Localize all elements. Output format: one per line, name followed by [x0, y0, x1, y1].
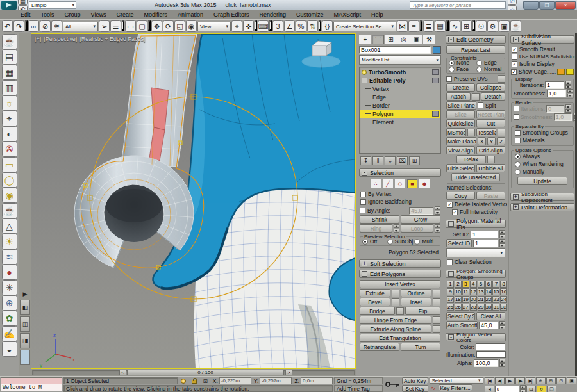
smoothing-group-cell[interactable]: 28: [470, 304, 477, 311]
tab-utilities[interactable]: ⚒: [423, 35, 435, 44]
previous-frame-arrow[interactable]: <: [119, 370, 126, 375]
make-planar-z-button[interactable]: Z: [497, 137, 505, 145]
render-teapot-icon[interactable]: ☕: [2, 34, 17, 49]
select-and-rotate-icon[interactable]: ⟳: [163, 20, 174, 32]
set-id-field[interactable]: [471, 231, 498, 238]
isolate-selection-toggle[interactable]: [179, 377, 188, 384]
material-sphere-icon[interactable]: ●: [2, 265, 17, 280]
modifier-on-off-bulb-icon[interactable]: [362, 70, 367, 75]
circle-shape-icon[interactable]: ◉: [2, 188, 17, 203]
cut-button[interactable]: Cut: [476, 119, 505, 127]
material-editor-icon[interactable]: ☉: [476, 20, 487, 32]
smoothing-group-cell[interactable]: 10: [455, 288, 462, 295]
tessellate-settings-button[interactable]: [498, 129, 505, 136]
collapse-button[interactable]: Collapse: [476, 83, 505, 92]
select-and-scale-icon[interactable]: ◱: [174, 20, 185, 32]
viewport-shading-menu[interactable]: [Realistic + Edged Faces]: [79, 36, 145, 42]
extrude-button[interactable]: Extrude: [360, 289, 390, 297]
illumination-color-swatch[interactable]: [476, 351, 506, 358]
auto-smooth-button[interactable]: Auto Smooth: [446, 321, 478, 329]
ring-button[interactable]: Ring: [360, 224, 392, 233]
repeat-last-button[interactable]: Repeat Last: [446, 45, 505, 54]
plane-shape-icon[interactable]: ▭: [2, 157, 17, 172]
smoothing-group-cell[interactable]: 20: [470, 296, 477, 303]
outline-button[interactable]: Outline: [401, 289, 431, 297]
mirror-icon[interactable]: ⋈: [397, 20, 408, 32]
grid-align-button[interactable]: Grid Align: [476, 146, 505, 154]
select-and-link-icon[interactable]: ∞: [28, 20, 39, 32]
tab-create[interactable]: +: [359, 35, 371, 44]
polygon-mode-icon[interactable]: ■: [407, 179, 417, 188]
rendered-frame-window-icon[interactable]: ▤: [2, 49, 17, 65]
by-angle-field[interactable]: [409, 207, 433, 215]
zoom-all-icon[interactable]: ⊞: [546, 377, 556, 384]
hinge-settings-button[interactable]: [433, 316, 440, 324]
copy-button[interactable]: Copy: [446, 192, 475, 200]
smoothing-group-cell[interactable]: 9: [447, 288, 454, 295]
set-id-spinner[interactable]: [499, 230, 505, 238]
cage-selected-color-swatch[interactable]: [566, 69, 574, 75]
exposure-icon[interactable]: ◐: [2, 126, 17, 142]
smoothing-group-cell[interactable]: 6: [485, 281, 492, 288]
smoothing-group-cell[interactable]: 15: [492, 288, 499, 295]
play-button[interactable]: ▶: [505, 377, 515, 384]
modifier-gizmo-icon[interactable]: [432, 69, 439, 75]
menu-item[interactable]: Views: [86, 12, 112, 18]
preserve-uvs-checkbox[interactable]: Preserve UVs: [446, 76, 496, 82]
stack-subobject-item[interactable]: Vertex: [360, 85, 440, 93]
select-id-spinner[interactable]: [499, 239, 505, 247]
detach-button[interactable]: Detach: [481, 92, 505, 101]
flip-button[interactable]: Flip: [405, 307, 440, 315]
separate-materials-checkbox[interactable]: Materials: [515, 137, 570, 143]
menu-item[interactable]: Customize: [291, 12, 329, 18]
clear-all-button[interactable]: Clear All: [476, 312, 505, 320]
toolbar-separator[interactable]: |: [319, 20, 321, 31]
foliage-icon[interactable]: ✿: [2, 311, 17, 326]
attach-button[interactable]: Attach: [446, 92, 471, 101]
menu-item[interactable]: Tools: [36, 12, 60, 18]
select-and-move-icon[interactable]: ✥: [151, 20, 162, 32]
bevel-settings-button[interactable]: [392, 298, 399, 306]
key-selection-dropdown[interactable]: Selected: [430, 377, 483, 384]
make-planar-x-button[interactable]: X: [478, 137, 486, 145]
display-smoothness-field[interactable]: [547, 90, 566, 97]
render-iterations-field[interactable]: [546, 105, 564, 113]
constraint-normal-radio[interactable]: Normal: [476, 66, 503, 72]
relax-button[interactable]: Relax: [456, 155, 486, 163]
viewport-pov-menu[interactable]: [Perspective]: [44, 36, 77, 42]
render-icon[interactable]: ☕: [510, 20, 521, 32]
slice-plane-button[interactable]: Slice Plane: [446, 101, 476, 110]
delete-isolated-vertices-checkbox[interactable]: Delete Isolated Vertices: [447, 201, 505, 208]
smoothing-group-cell[interactable]: 31: [492, 304, 499, 311]
paint-icon[interactable]: ✍: [2, 326, 17, 341]
toolbar-separator[interactable]: |: [255, 20, 257, 31]
smoothing-group-cell[interactable]: 14: [485, 288, 492, 295]
selection-lock-toggle[interactable]: [190, 377, 199, 384]
menu-item[interactable]: MAXScript: [329, 12, 367, 18]
object-color-swatch[interactable]: [433, 46, 441, 54]
stack-item-editable-poly[interactable]: - Editable Poly: [360, 76, 440, 85]
use-nurms-checkbox[interactable]: Use NURMS Subdivision: [512, 54, 573, 60]
next-frame-button[interactable]: |▶: [515, 377, 525, 384]
extrude-along-spline-button[interactable]: Extrude Along Spline: [360, 325, 431, 333]
render-smoothness-field[interactable]: [554, 113, 572, 121]
select-by-name-icon[interactable]: ☰: [110, 20, 121, 32]
layout-flyout-arrow[interactable]: ▶: [21, 290, 29, 298]
bridge-settings-button[interactable]: [396, 307, 404, 315]
sun-light-icon[interactable]: ☀: [2, 234, 17, 249]
select-and-place-icon[interactable]: ◉: [186, 20, 197, 32]
curve-editor-icon[interactable]: ∿: [449, 20, 460, 32]
create-button[interactable]: Create: [446, 83, 475, 92]
rectangular-selection-region-icon[interactable]: ▭: [125, 20, 136, 32]
rollout-header-edit-geometry[interactable]: -Edit Geometry: [446, 35, 506, 44]
smoothing-group-cell[interactable]: 19: [462, 296, 469, 303]
by-vertex-checkbox[interactable]: By Vertex: [360, 191, 440, 197]
dynamics-icon[interactable]: ✳: [2, 280, 17, 295]
isoline-display-checkbox[interactable]: Isoline Display: [512, 61, 573, 67]
workspace-dropdown[interactable]: Limpio: [29, 1, 76, 9]
viewport[interactable]: [+] [Perspective] [Realistic + Edged Fac…: [31, 33, 356, 369]
view-align-button[interactable]: View Align: [446, 146, 475, 154]
light-lister-icon[interactable]: ☼: [2, 95, 17, 111]
smoothing-group-cell[interactable]: 23: [492, 296, 499, 303]
select-and-manipulate-icon[interactable]: ✜: [243, 20, 254, 32]
